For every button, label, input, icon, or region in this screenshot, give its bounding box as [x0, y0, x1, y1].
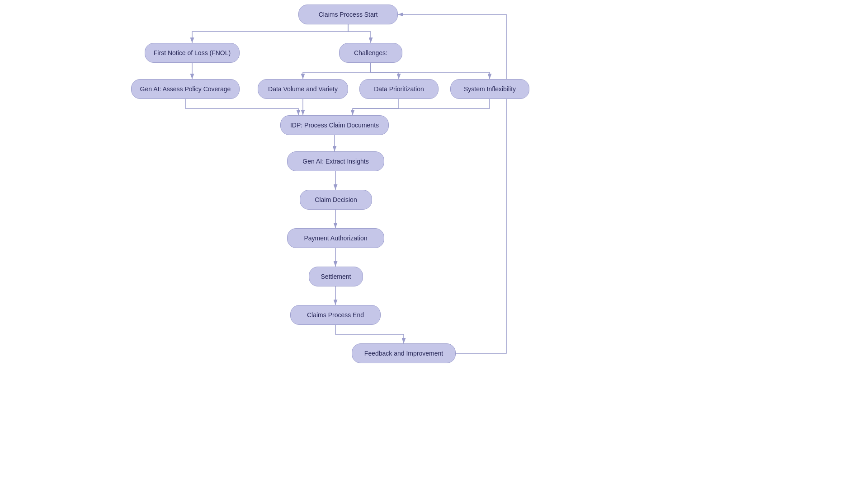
node-feedback: Feedback and Improvement — [352, 343, 456, 363]
node-challenges: Challenges: — [339, 43, 402, 63]
node-system-inflex: System Inflexibility — [450, 79, 529, 99]
diagram-container: Claims Process Start First Notice of Los… — [0, 0, 868, 488]
node-payment-auth: Payment Authorization — [287, 228, 384, 248]
arrows-svg — [0, 0, 868, 488]
node-data-prio: Data Prioritization — [359, 79, 439, 99]
node-claims-end: Claims Process End — [290, 305, 381, 325]
node-gen-ai-extract: Gen AI: Extract Insights — [287, 151, 384, 171]
node-gen-ai-assess: Gen AI: Assess Policy Coverage — [131, 79, 240, 99]
node-settlement: Settlement — [309, 267, 363, 286]
node-claim-decision: Claim Decision — [300, 190, 372, 210]
node-claims-start: Claims Process Start — [298, 5, 398, 24]
node-fnol: First Notice of Loss (FNOL) — [145, 43, 240, 63]
node-data-volume: Data Volume and Variety — [258, 79, 348, 99]
node-idp-process: IDP: Process Claim Documents — [280, 115, 389, 135]
